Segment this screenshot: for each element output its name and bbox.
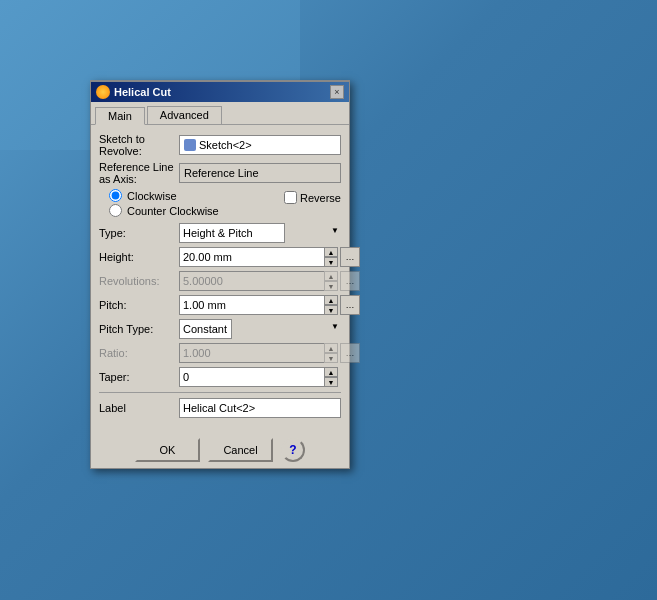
- revolutions-spin-up: ▲: [324, 271, 338, 281]
- height-spin-down[interactable]: ▼: [324, 257, 338, 267]
- taper-spin-up[interactable]: ▲: [324, 367, 338, 377]
- pitch-input[interactable]: [179, 295, 324, 315]
- tab-bar: Main Advanced: [91, 102, 349, 125]
- close-button[interactable]: ×: [330, 85, 344, 99]
- taper-spin-down[interactable]: ▼: [324, 377, 338, 387]
- reverse-checkbox[interactable]: [284, 191, 297, 204]
- revolutions-input: [179, 271, 324, 291]
- ratio-input: [179, 343, 324, 363]
- radio-column: Clockwise Counter Clockwise: [99, 189, 284, 219]
- label-input[interactable]: [179, 398, 341, 418]
- dialog-title: Helical Cut: [114, 86, 171, 98]
- reference-button[interactable]: Reference Line: [179, 163, 341, 183]
- ratio-spin-up: ▲: [324, 343, 338, 353]
- clockwise-row: Clockwise: [109, 189, 284, 202]
- counter-clockwise-row: Counter Clockwise: [109, 204, 284, 217]
- pitch-type-row: Pitch Type: Constant Variable: [99, 319, 341, 339]
- dialog-content: Sketch to Revolve: Sketch<2> Reference L…: [91, 125, 349, 432]
- reference-label: Reference Line as Axis:: [99, 161, 179, 185]
- revolutions-label: Revolutions:: [99, 275, 179, 287]
- pitch-input-group: ▲ ▼: [179, 295, 338, 315]
- height-spin-buttons: ▲ ▼: [324, 247, 338, 267]
- height-row: Height: ▲ ▼ …: [99, 247, 341, 267]
- dialog-titlebar: Helical Cut ×: [91, 82, 349, 102]
- pitch-type-select[interactable]: Constant Variable: [179, 319, 232, 339]
- reverse-label: Reverse: [300, 192, 341, 204]
- sketch-button[interactable]: Sketch<2>: [179, 135, 341, 155]
- type-row: Type: Height & Pitch Height & Revolution…: [99, 223, 341, 243]
- ratio-browse-btn: …: [340, 343, 360, 363]
- sketch-icon: [184, 139, 196, 151]
- taper-input[interactable]: [179, 367, 324, 387]
- height-input-group: ▲ ▼: [179, 247, 338, 267]
- taper-label: Taper:: [99, 371, 179, 383]
- direction-section: Clockwise Counter Clockwise Reverse: [99, 189, 341, 219]
- taper-input-group: ▲ ▼: [179, 367, 338, 387]
- ok-button[interactable]: OK: [135, 438, 200, 462]
- revolutions-spin-buttons: ▲ ▼: [324, 271, 338, 291]
- label-row: Label: [99, 398, 341, 418]
- type-select[interactable]: Height & Pitch Height & Revolution Pitch…: [179, 223, 285, 243]
- reference-value: Reference Line: [184, 167, 259, 179]
- pitch-spin-down[interactable]: ▼: [324, 305, 338, 315]
- pitch-type-select-wrapper: Constant Variable: [179, 319, 341, 339]
- counter-clockwise-label: Counter Clockwise: [127, 205, 219, 217]
- sketch-row: Sketch to Revolve: Sketch<2>: [99, 133, 341, 157]
- pitch-row: Pitch: ▲ ▼ …: [99, 295, 341, 315]
- sketch-value: Sketch<2>: [199, 139, 252, 151]
- reverse-section: Reverse: [284, 189, 341, 204]
- revolutions-browse-btn: …: [340, 271, 360, 291]
- type-label: Type:: [99, 227, 179, 239]
- taper-spin-buttons: ▲ ▼: [324, 367, 338, 387]
- type-select-wrapper: Height & Pitch Height & Revolution Pitch…: [179, 223, 341, 243]
- reference-row: Reference Line as Axis: Reference Line: [99, 161, 341, 185]
- pitch-label: Pitch:: [99, 299, 179, 311]
- ratio-row: Ratio: ▲ ▼ …: [99, 343, 341, 363]
- revolutions-spin-down: ▼: [324, 281, 338, 291]
- dialog-icon: [96, 85, 110, 99]
- height-browse-btn[interactable]: …: [340, 247, 360, 267]
- ratio-label: Ratio:: [99, 347, 179, 359]
- clockwise-label: Clockwise: [127, 190, 177, 202]
- help-button[interactable]: ?: [281, 438, 305, 462]
- taper-row: Taper: ▲ ▼ …: [99, 367, 341, 387]
- dialog-buttons: OK Cancel ?: [91, 432, 349, 468]
- cancel-button[interactable]: Cancel: [208, 438, 273, 462]
- pitch-spin-buttons: ▲ ▼: [324, 295, 338, 315]
- dialog-title-left: Helical Cut: [96, 85, 171, 99]
- separator: [99, 392, 341, 393]
- sketch-label: Sketch to Revolve:: [99, 133, 179, 157]
- tab-advanced[interactable]: Advanced: [147, 106, 222, 124]
- height-label: Height:: [99, 251, 179, 263]
- label-label: Label: [99, 402, 179, 414]
- counter-clockwise-radio[interactable]: [109, 204, 122, 217]
- pitch-browse-btn[interactable]: …: [340, 295, 360, 315]
- ratio-input-group: ▲ ▼: [179, 343, 338, 363]
- pitch-type-label: Pitch Type:: [99, 323, 179, 335]
- height-spin-up[interactable]: ▲: [324, 247, 338, 257]
- tab-main[interactable]: Main: [95, 107, 145, 125]
- ratio-spin-down: ▼: [324, 353, 338, 363]
- dialog-helical-cut: Helical Cut × Main Advanced Sketch to Re…: [90, 80, 350, 469]
- clockwise-radio[interactable]: [109, 189, 122, 202]
- pitch-spin-up[interactable]: ▲: [324, 295, 338, 305]
- height-input[interactable]: [179, 247, 324, 267]
- revolutions-row: Revolutions: ▲ ▼ …: [99, 271, 341, 291]
- ratio-spin-buttons: ▲ ▼: [324, 343, 338, 363]
- revolutions-input-group: ▲ ▼: [179, 271, 338, 291]
